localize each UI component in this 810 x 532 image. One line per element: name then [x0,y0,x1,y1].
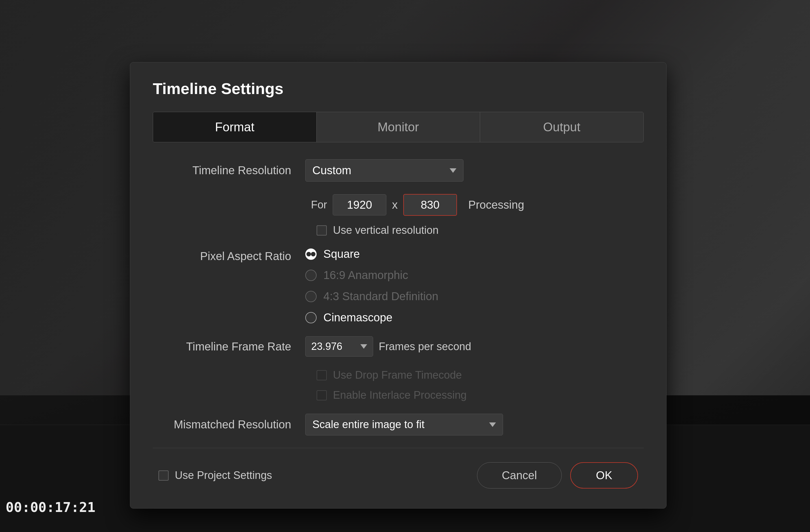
use-project-settings-label: Use Project Settings [175,469,272,481]
fps-label: Frames per second [379,341,471,353]
timeline-resolution-dropdown[interactable]: Custom [305,159,464,181]
radio-option-cinemascope[interactable]: Cinemascope [305,311,438,324]
timeline-settings-dialog: Timeline Settings Format Monitor Output … [130,62,666,509]
radio-square-label: Square [323,248,360,260]
use-vertical-row: Use vertical resolution [159,224,638,236]
use-vertical-checkbox[interactable] [317,225,327,236]
mismatched-resolution-label: Mismatched Resolution [159,418,305,431]
interlace-checkbox [317,390,327,400]
framerate-chevron-icon [360,344,367,349]
resolution-width-input[interactable] [333,194,386,215]
radio-option-169-anamorphic: 16:9 Anamorphic [305,269,438,281]
radio-cinemascope-indicator [305,312,317,323]
tab-bar: Format Monitor Output [153,112,644,142]
bottom-row: Use Project Settings Cancel OK [153,462,644,488]
tab-format[interactable]: Format [153,112,317,142]
resolution-inputs-row: For x Processing [159,194,638,216]
timeline-frame-rate-label: Timeline Frame Rate [159,340,305,353]
timeline-resolution-label: Timeline Resolution [159,164,305,177]
cancel-button[interactable]: Cancel [477,462,562,488]
timeline-resolution-value: Custom [312,164,445,177]
interlace-label: Enable Interlace Processing [333,389,467,401]
timeline-resolution-row: Timeline Resolution Custom [159,159,638,181]
pixel-aspect-ratio-row: Pixel Aspect Ratio Square 16:9 Anamorphi… [159,248,638,324]
framerate-dropdown[interactable]: 23.976 [305,336,373,357]
resolution-height-input[interactable] [403,194,457,216]
drop-frame-label: Use Drop Frame Timecode [333,369,462,381]
radio-43-indicator [305,291,317,302]
radio-cinemascope-label: Cinemascope [323,311,392,324]
radio-169-indicator [305,270,317,281]
mismatch-chevron-icon [489,422,496,427]
radio-43-label: 4:3 Standard Definition [323,290,438,303]
use-project-settings-row: Use Project Settings [159,469,477,481]
for-label: For [311,199,327,211]
use-vertical-label: Use vertical resolution [333,224,439,236]
pixel-aspect-ratio-options: Square 16:9 Anamorphic 4:3 Standard Defi… [305,248,438,324]
timeline-frame-rate-row: Timeline Frame Rate 23.976 Frames per se… [159,336,638,357]
use-project-settings-checkbox[interactable] [159,470,168,481]
tab-output[interactable]: Output [480,112,643,142]
drop-frame-checkbox [317,370,327,380]
processing-label: Processing [468,198,524,211]
dialog-buttons: Cancel OK [477,462,638,488]
radio-169-label: 16:9 Anamorphic [323,269,408,281]
enable-interlace-row: Enable Interlace Processing [159,389,638,401]
radio-option-square[interactable]: Square [305,248,438,260]
ok-button[interactable]: OK [570,462,638,488]
mismatched-resolution-dropdown[interactable]: Scale entire image to fit [305,414,503,435]
resolution-separator: x [392,198,398,211]
timecode-display: 00:00:17:21 [6,499,95,515]
radio-square-indicator [305,248,317,260]
tab-monitor[interactable]: Monitor [317,112,480,142]
framerate-value: 23.976 [311,341,357,352]
mismatched-resolution-value: Scale entire image to fit [312,418,485,431]
format-section: Timeline Resolution Custom For x Process… [153,159,644,435]
dialog-title: Timeline Settings [153,79,644,98]
pixel-aspect-ratio-label: Pixel Aspect Ratio [159,248,305,263]
use-drop-frame-row: Use Drop Frame Timecode [159,369,638,381]
bottom-divider [153,448,644,448]
mismatched-resolution-row: Mismatched Resolution Scale entire image… [159,414,638,435]
radio-option-43-sd: 4:3 Standard Definition [305,290,438,303]
chevron-down-icon [450,168,456,173]
